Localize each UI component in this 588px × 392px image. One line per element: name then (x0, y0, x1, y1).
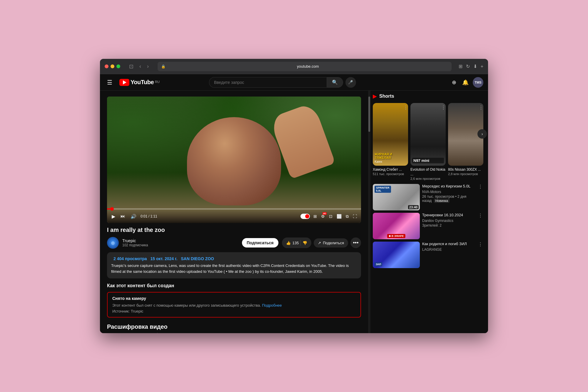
volume-button[interactable]: 🔊 (129, 213, 138, 220)
video-person (187, 117, 281, 205)
video-player[interactable]: ▶ ⏭ 🔊 0:01 / 1:11 ⊞ ⚙ HD (107, 97, 361, 223)
short-more-3[interactable]: ⋮ (479, 105, 483, 110)
channel-subs: 102 подписчика (122, 243, 238, 247)
channel-avatar[interactable]: ◎ (107, 237, 119, 249)
sidebar-video-3[interactable]: ЗИЛ Как родился и погиб ЗИЛ LAGRANGE ⋮ (373, 242, 483, 268)
sidebar-thumb-sprinter: SPRINTER5.0L 23:40 (373, 184, 420, 210)
browser-nav: ⊡ ‹ › (127, 62, 151, 71)
browser-window: ⊡ ‹ › 🔒 youtube.com ⊞ ↻ ⬇ + ☰ YouTube RU (100, 59, 488, 333)
user-avatar[interactable]: TMS (473, 77, 483, 88)
url-text: youtube.com (168, 64, 448, 69)
shorts-icon: ▶ (373, 93, 377, 99)
short-item-3[interactable]: ⋮ 80s Nissan 300ZX ... 2,8 млн просмотро… (448, 103, 483, 180)
youtube-logo[interactable]: YouTube RU (119, 79, 160, 86)
shorts-next-button[interactable]: › (477, 129, 487, 139)
share-button[interactable]: ↗ Поделиться (314, 238, 348, 248)
next-button[interactable]: ⏭ (119, 213, 126, 220)
new-tab-button[interactable]: + (481, 64, 483, 69)
hd-badge: HD (323, 212, 327, 215)
sidebar-video-info-3: Как родился и погиб ЗИЛ LAGRANGE (422, 242, 475, 268)
mic-button[interactable]: 🎤 (345, 77, 356, 88)
short-title-3: 80s Nissan 300ZX ... (448, 167, 483, 172)
sidebar-video-info-2: Тренировки 16.10.2024 Danilov Gymnastics… (422, 213, 475, 239)
search-input[interactable] (214, 80, 322, 85)
more-actions-button[interactable]: ••• (350, 237, 361, 248)
search-input-wrap[interactable] (209, 77, 327, 88)
address-bar[interactable]: 🔒 youtube.com (158, 62, 452, 71)
settings-button[interactable]: ⚙ HD (320, 213, 325, 219)
theater-button[interactable]: ⬜ (336, 213, 342, 219)
shorts-grid: ЖИРНАЯ И ТЯЖЁЛАЯ Karex ⋮ Хамонд Стебет .… (373, 103, 483, 180)
autoplay-toggle[interactable] (300, 214, 310, 219)
dislike-icon: 👎 (303, 241, 307, 245)
short-views-3: 2,8 млн просмотров (448, 172, 483, 176)
create-button[interactable]: ⊕ (450, 77, 458, 87)
content-origin-box: Снято на камеру Этот контент был снят с … (107, 292, 361, 318)
close-button[interactable] (105, 64, 108, 68)
sprinter-badge: SPRINTER5.0L (375, 186, 391, 193)
share-label: Поделиться (323, 241, 344, 245)
tab-icon-button[interactable]: ⊡ (127, 62, 135, 71)
menu-button[interactable]: ☰ (105, 78, 115, 87)
short-more-1[interactable]: ⋮ (403, 105, 408, 110)
reload-button[interactable]: ↻ (466, 64, 470, 69)
desc-stats: 2 404 просмотра 15 окт. 2024 г. SAN DIEG… (111, 256, 357, 261)
sidebar-video-title-1: Мерседес из Киргизии 5.0L (422, 184, 475, 189)
hashtag[interactable]: SAN DIEGO ZOO (181, 256, 214, 261)
youtube-play-icon (123, 80, 126, 84)
scrollbar-thumb[interactable] (368, 97, 370, 132)
description-box[interactable]: 2 404 просмотра 15 окт. 2024 г. SAN DIEG… (107, 252, 361, 278)
sidebar-video-2[interactable]: В ЭФИРЕ Тренировки 16.10.2024 Danilov Gy… (373, 213, 483, 239)
short-item-2[interactable]: N97 mini ⋮ Evolution of Old Nokia ... 2,… (410, 103, 446, 180)
play-button[interactable]: ▶ (111, 213, 116, 220)
short-views-2: 2,6 млн просмотров (410, 177, 446, 180)
scrollbar[interactable] (368, 91, 370, 333)
subscribe-button[interactable]: Подписаться (242, 238, 278, 248)
translate-button[interactable]: ⊞ (459, 64, 462, 69)
sidebar-channel-2: Danilov Gymnastics (422, 219, 475, 223)
download-button[interactable]: ⬇ (473, 64, 477, 69)
short-thumb-2: N97 mini (410, 103, 446, 166)
sidebar-channel-1: NVA-Motors (422, 190, 475, 194)
action-divider (300, 240, 301, 246)
sidebar-more-1[interactable]: ⋮ (477, 184, 483, 190)
pip-button[interactable]: ⧉ (345, 213, 349, 220)
thumb-duration-1: 23:40 (408, 205, 419, 209)
sidebar-more-3[interactable]: ⋮ (477, 242, 483, 247)
short-more-2[interactable]: ⋮ (441, 105, 446, 110)
short-overlay-1: ЖИРНАЯ И ТЯЖЁЛАЯ Karex (375, 152, 406, 163)
origin-link[interactable]: Подробнее (262, 303, 282, 308)
youtube-logo-text: YouTube (131, 79, 154, 86)
forward-button[interactable]: › (145, 62, 151, 71)
transcript-title: Расшифровка видео (107, 323, 361, 330)
search-button[interactable]: 🔍 (327, 77, 343, 88)
subtitles-button[interactable]: ⊞ (313, 213, 318, 219)
short-overlay-text-1: ЖИРНАЯ И ТЯЖЁЛАЯ (375, 152, 406, 160)
upload-date: 15 окт. 2024 г. (151, 256, 178, 261)
search-bar: 🔍 🎤 (209, 77, 356, 88)
channel-name[interactable]: Truepic (122, 238, 238, 243)
video-title: I am really at the zoo (107, 227, 361, 233)
origin-title: Снято на камеру (112, 296, 356, 301)
sidebar-more-2[interactable]: ⋮ (477, 213, 483, 218)
like-button[interactable]: 👍 135 👎 (282, 237, 312, 248)
main-content: ▶ ⏭ 🔊 0:01 / 1:11 ⊞ ⚙ HD (100, 91, 368, 333)
back-button[interactable]: ‹ (138, 62, 143, 71)
minimize-button[interactable] (111, 64, 114, 68)
sidebar-thumb-gym: В ЭФИРЕ (373, 213, 420, 239)
sidebar-meta-1: 26 тыс. просмотров • 2 дня назад Новинка (422, 195, 475, 203)
short-item-1[interactable]: ЖИРНАЯ И ТЯЖЁЛАЯ Karex ⋮ Хамонд Стебет .… (373, 103, 408, 180)
new-badge-1: Новинка (434, 199, 450, 203)
notifications-button[interactable]: 🔔 (460, 77, 470, 87)
like-icon: 👍 (286, 241, 291, 245)
maximize-button[interactable] (116, 64, 120, 68)
fullscreen-button[interactable]: ⛶ (352, 213, 358, 219)
miniplayer-button[interactable]: ⊡ (328, 213, 333, 219)
youtube-header: ☰ YouTube RU 🔍 🎤 ⊕ 🔔 TMS (100, 74, 488, 91)
video-time: 0:01 / 1:11 (141, 214, 157, 218)
sidebar-video-info-1: Мерседес из Киргизии 5.0L NVA-Motors 26 … (422, 184, 475, 210)
sidebar-video-title-2: Тренировки 16.10.2024 (422, 213, 475, 218)
sidebar-video-1[interactable]: SPRINTER5.0L 23:40 Мерседес из Киргизии … (373, 184, 483, 210)
lock-icon: 🔒 (161, 64, 166, 69)
origin-text: Этот контент был снят с помощью камеры и… (112, 303, 356, 308)
